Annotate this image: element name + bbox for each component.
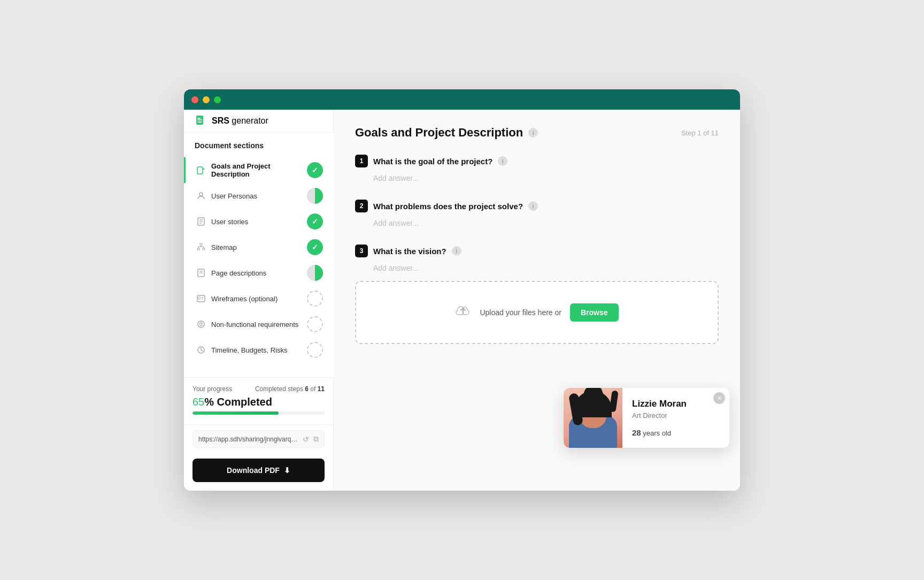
upload-text: Upload your files here or [480,308,561,317]
person-age: 28 years old [632,428,720,437]
sidebar-item-label-personas: User Personas [211,192,302,200]
q2-info-icon[interactable]: i [528,201,538,211]
sidebar-item-nonfunc[interactable]: Non-functional requirements [184,311,334,337]
status-timeline [307,342,323,358]
answer-placeholder-2[interactable]: Add answer... [373,217,719,230]
question-text-1: What is the goal of the project? [373,157,492,166]
sidebar-item-label-timeline: Timeline, Budgets, Risks [211,346,302,354]
question-row-2: 2 What problems does the project solve? … [355,200,719,212]
section-title-row: Goals and Project Description i [355,126,538,140]
app-name: SRS generator [212,116,268,126]
close-button[interactable] [191,96,198,103]
svg-rect-12 [203,248,205,250]
progress-label: Your progress [192,385,232,393]
sidebar-item-timeline[interactable]: Timeline, Budgets, Risks [184,337,334,363]
status-stories: ✓ [307,213,323,230]
sitemap-icon [196,242,206,252]
question-block-1: 1 What is the goal of the project? i Add… [355,155,719,185]
svg-point-5 [199,193,203,196]
question-num-2: 2 [355,200,368,212]
svg-rect-11 [197,248,199,250]
q1-info-icon[interactable]: i [498,156,507,166]
status-personas [307,188,323,204]
q3-info-icon[interactable]: i [452,246,461,256]
progress-bar-fill [192,411,279,415]
svg-rect-21 [198,297,201,299]
progress-steps: Completed steps 6 of 11 [255,385,325,393]
progress-header: Your progress Completed steps 6 of 11 [192,385,325,393]
nonfunc-icon [196,319,206,329]
topbar: SRS generator [184,110,333,133]
question-row-3: 3 What is the vision? i [355,245,719,257]
logo-icon [195,115,206,127]
question-block-3: 3 What is the vision? i Add answer... Up… [355,245,719,344]
status-nonfunc [307,316,323,332]
sidebar-item-sitemap[interactable]: Sitemap ✓ [184,234,334,260]
step-indicator: Step 1 of 11 [681,129,719,137]
timeline-icon [196,345,206,355]
svg-rect-10 [200,243,202,245]
sidebar: Document sections Goals and Project Desc… [184,133,334,377]
svg-rect-3 [197,118,201,119]
close-card-button[interactable]: ✕ [713,392,725,404]
url-section: https://app.sdh/sharing/jnngivarqovgegfy… [184,424,333,453]
download-pdf-button[interactable]: Download PDF ⬇ [192,459,325,482]
stories-icon [196,217,206,226]
url-row: https://app.sdh/sharing/jnngivarqovgegfy… [192,430,325,448]
question-text-2: What problems does the project solve? [373,202,523,211]
svg-rect-4 [197,167,203,174]
person-card: ✕ Lizzie Moran Art Director 28 years old [564,388,729,448]
sidebar-item-wireframes[interactable]: Wireframes (optional) [184,286,334,311]
sidebar-item-goals[interactable]: Goals and Project Description ✓ [184,157,334,183]
person-name: Lizzie Moran [632,399,720,409]
maximize-button[interactable] [214,96,221,103]
svg-rect-1 [197,121,202,123]
titlebar [184,89,740,110]
refresh-icon[interactable]: ↺ [303,435,309,444]
question-num-3: 3 [355,245,368,257]
progress-bar-bg [192,411,325,415]
sidebar-item-label-nonfunc: Non-functional requirements [211,320,302,329]
status-goals: ✓ [307,162,323,178]
sidebar-item-label-pages: Page descriptions [211,269,302,277]
status-sitemap: ✓ [307,239,323,255]
app-window: SRS generator Document sections [184,89,740,491]
sidebar-item-label-wireframes: Wireframes (optional) [211,295,302,303]
minimize-button[interactable] [203,96,210,103]
person-role: Art Director [632,411,720,419]
progress-percent: 65% Completed [192,396,325,408]
section-title: Goals and Project Description [355,126,523,140]
answer-placeholder-3[interactable]: Add answer... [373,262,719,274]
sidebar-item-label-sitemap: Sitemap [211,243,302,251]
sidebar-title: Document sections [184,141,334,157]
person-photo [564,388,622,448]
url-text: https://app.sdh/sharing/jnngivarqovgegfy [198,436,298,443]
sidebar-item-label-goals: Goals and Project Description [211,162,302,178]
status-wireframes [307,291,323,307]
personas-icon [196,191,206,201]
question-text-3: What is the vision? [373,247,446,256]
upload-area[interactable]: Upload your files here or Browse [355,281,719,344]
sidebar-items: Goals and Project Description ✓ [184,157,334,377]
section-info-icon[interactable]: i [528,128,538,138]
download-icon: ⬇ [284,466,290,475]
left-panel: SRS generator Document sections [184,110,334,491]
sidebar-item-stories[interactable]: User stories ✓ [184,209,334,234]
browse-button[interactable]: Browse [570,303,619,322]
pages-icon [196,268,206,278]
svg-rect-2 [197,119,202,120]
sidebar-item-label-stories: User stories [211,218,302,226]
sidebar-item-pages[interactable]: Page descriptions [184,260,334,286]
copy-icon[interactable]: ⧉ [313,434,319,444]
answer-placeholder-1[interactable]: Add answer... [373,172,719,185]
progress-section: Your progress Completed steps 6 of 11 65… [184,377,333,424]
wireframes-icon [196,294,206,303]
question-row-1: 1 What is the goal of the project? i [355,155,719,167]
question-num-1: 1 [355,155,368,167]
upload-icon [455,304,471,322]
status-pages [307,265,323,281]
section-header: Goals and Project Description i Step 1 o… [355,126,719,140]
person-info: ✕ Lizzie Moran Art Director 28 years old [622,388,729,448]
goals-icon [196,165,206,175]
sidebar-item-personas[interactable]: User Personas [184,183,334,209]
